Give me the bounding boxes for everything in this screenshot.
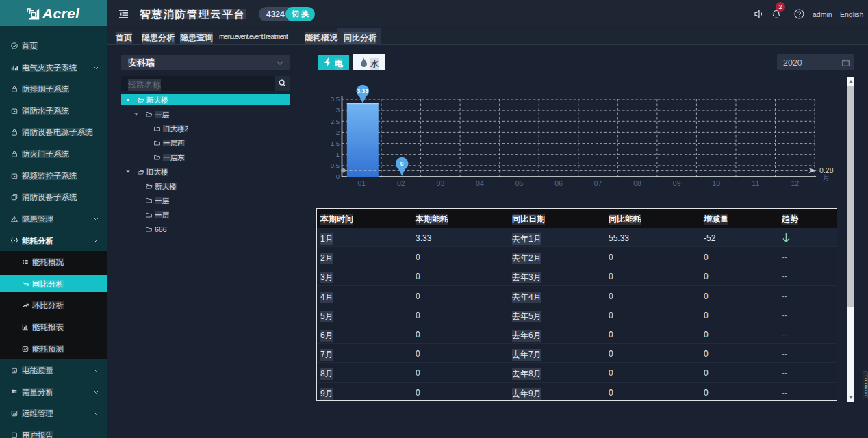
svg-text:2: 2 (336, 129, 340, 136)
svg-text:0: 0 (336, 172, 340, 180)
svg-text:月: 月 (823, 174, 830, 181)
svg-text:2.5: 2.5 (331, 118, 340, 125)
svg-text:02: 02 (397, 179, 405, 188)
svg-text:05: 05 (515, 179, 524, 188)
svg-text:12: 12 (791, 179, 799, 188)
svg-text:01: 01 (357, 179, 366, 188)
svg-text:03: 03 (437, 179, 445, 188)
svg-text:3.33: 3.33 (357, 88, 369, 94)
svg-text:0: 0 (400, 160, 404, 167)
svg-text:0.5: 0.5 (331, 162, 340, 169)
svg-text:3: 3 (336, 106, 340, 114)
svg-text:08: 08 (633, 179, 641, 188)
svg-text:1: 1 (336, 151, 340, 158)
svg-text:09: 09 (673, 179, 681, 188)
svg-text:07: 07 (594, 179, 602, 188)
svg-text:11: 11 (752, 179, 759, 188)
svg-text:04: 04 (476, 179, 484, 188)
svg-text:3.5: 3.5 (331, 95, 340, 103)
svg-text:1.5: 1.5 (331, 140, 340, 147)
svg-text:06: 06 (554, 179, 563, 188)
svg-text:10: 10 (712, 179, 720, 188)
svg-text:0.28: 0.28 (819, 166, 834, 175)
